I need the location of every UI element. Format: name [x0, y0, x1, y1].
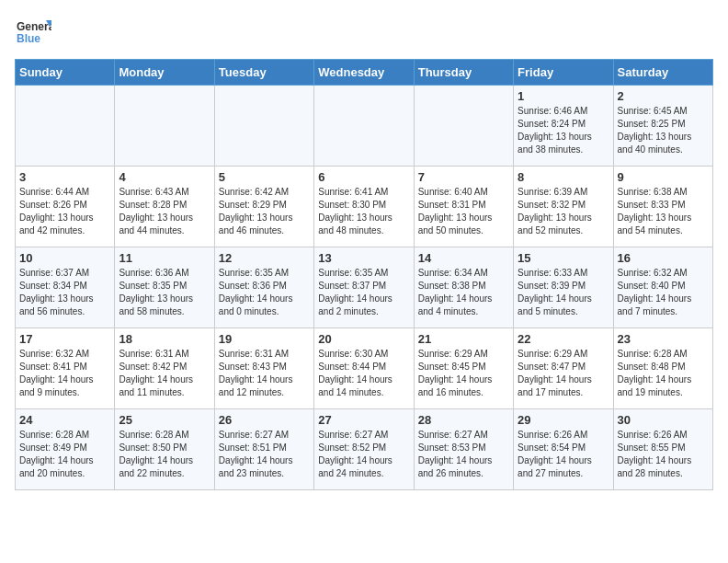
day-info: Sunrise: 6:26 AM Sunset: 8:55 PM Dayligh…	[618, 429, 709, 480]
day-number: 17	[19, 332, 110, 346]
day-info: Sunrise: 6:28 AM Sunset: 8:50 PM Dayligh…	[119, 429, 210, 480]
calendar-cell: 3Sunrise: 6:44 AM Sunset: 8:26 PM Daylig…	[16, 167, 115, 247]
day-number: 3	[19, 170, 110, 184]
weekday-header-thursday: Thursday	[414, 60, 513, 86]
day-number: 16	[618, 251, 709, 265]
day-info: Sunrise: 6:27 AM Sunset: 8:53 PM Dayligh…	[418, 429, 509, 480]
calendar-cell: 8Sunrise: 6:39 AM Sunset: 8:32 PM Daylig…	[514, 167, 613, 247]
day-info: Sunrise: 6:32 AM Sunset: 8:41 PM Dayligh…	[19, 348, 110, 399]
calendar-cell	[214, 86, 313, 167]
day-number: 10	[19, 251, 110, 265]
calendar-cell	[16, 86, 115, 167]
day-info: Sunrise: 6:34 AM Sunset: 8:38 PM Dayligh…	[418, 267, 509, 318]
day-info: Sunrise: 6:45 AM Sunset: 8:25 PM Dayligh…	[618, 105, 709, 156]
day-number: 7	[418, 170, 509, 184]
day-info: Sunrise: 6:41 AM Sunset: 8:30 PM Dayligh…	[318, 186, 409, 237]
day-number: 28	[418, 413, 509, 427]
day-number: 24	[19, 413, 110, 427]
day-number: 29	[518, 413, 609, 427]
calendar-cell: 5Sunrise: 6:42 AM Sunset: 8:29 PM Daylig…	[214, 167, 313, 247]
day-number: 21	[418, 332, 509, 346]
day-info: Sunrise: 6:30 AM Sunset: 8:44 PM Dayligh…	[318, 348, 409, 399]
weekday-header-sunday: Sunday	[16, 60, 115, 86]
calendar-cell: 2Sunrise: 6:45 AM Sunset: 8:25 PM Daylig…	[613, 86, 712, 167]
day-number: 14	[418, 251, 509, 265]
calendar-table: SundayMondayTuesdayWednesdayThursdayFrid…	[15, 59, 713, 490]
calendar-cell: 15Sunrise: 6:33 AM Sunset: 8:39 PM Dayli…	[514, 247, 613, 328]
calendar-cell: 20Sunrise: 6:30 AM Sunset: 8:44 PM Dayli…	[314, 328, 414, 409]
calendar-cell: 6Sunrise: 6:41 AM Sunset: 8:30 PM Daylig…	[314, 167, 414, 247]
logo: General Blue	[15, 15, 51, 52]
day-info: Sunrise: 6:36 AM Sunset: 8:35 PM Dayligh…	[119, 267, 210, 318]
calendar-cell: 27Sunrise: 6:27 AM Sunset: 8:52 PM Dayli…	[314, 409, 414, 490]
day-number: 27	[318, 413, 409, 427]
calendar-cell: 13Sunrise: 6:35 AM Sunset: 8:37 PM Dayli…	[314, 247, 414, 328]
calendar-cell: 4Sunrise: 6:43 AM Sunset: 8:28 PM Daylig…	[115, 167, 214, 247]
calendar-cell: 10Sunrise: 6:37 AM Sunset: 8:34 PM Dayli…	[16, 247, 115, 328]
weekday-header-row: SundayMondayTuesdayWednesdayThursdayFrid…	[16, 60, 713, 86]
day-info: Sunrise: 6:37 AM Sunset: 8:34 PM Dayligh…	[19, 267, 110, 318]
calendar-cell: 24Sunrise: 6:28 AM Sunset: 8:49 PM Dayli…	[16, 409, 115, 490]
day-number: 15	[518, 251, 609, 265]
day-number: 19	[219, 332, 310, 346]
calendar-cell: 17Sunrise: 6:32 AM Sunset: 8:41 PM Dayli…	[16, 328, 115, 409]
day-number: 4	[119, 170, 210, 184]
calendar-cell: 7Sunrise: 6:40 AM Sunset: 8:31 PM Daylig…	[414, 167, 513, 247]
calendar-cell: 21Sunrise: 6:29 AM Sunset: 8:45 PM Dayli…	[414, 328, 513, 409]
calendar-cell: 14Sunrise: 6:34 AM Sunset: 8:38 PM Dayli…	[414, 247, 513, 328]
week-row-4: 17Sunrise: 6:32 AM Sunset: 8:41 PM Dayli…	[16, 328, 713, 409]
header: General Blue	[15, 15, 713, 52]
calendar-cell: 22Sunrise: 6:29 AM Sunset: 8:47 PM Dayli…	[514, 328, 613, 409]
day-number: 23	[618, 332, 709, 346]
calendar-cell	[115, 86, 214, 167]
day-info: Sunrise: 6:40 AM Sunset: 8:31 PM Dayligh…	[418, 186, 509, 237]
day-number: 2	[618, 89, 709, 103]
day-info: Sunrise: 6:44 AM Sunset: 8:26 PM Dayligh…	[19, 186, 110, 237]
weekday-header-friday: Friday	[514, 60, 613, 86]
day-number: 22	[518, 332, 609, 346]
calendar-cell: 16Sunrise: 6:32 AM Sunset: 8:40 PM Dayli…	[613, 247, 712, 328]
week-row-3: 10Sunrise: 6:37 AM Sunset: 8:34 PM Dayli…	[16, 247, 713, 328]
calendar-cell: 18Sunrise: 6:31 AM Sunset: 8:42 PM Dayli…	[115, 328, 214, 409]
day-info: Sunrise: 6:38 AM Sunset: 8:33 PM Dayligh…	[618, 186, 709, 237]
day-info: Sunrise: 6:33 AM Sunset: 8:39 PM Dayligh…	[518, 267, 609, 318]
day-info: Sunrise: 6:35 AM Sunset: 8:37 PM Dayligh…	[318, 267, 409, 318]
day-number: 13	[318, 251, 409, 265]
week-row-1: 1Sunrise: 6:46 AM Sunset: 8:24 PM Daylig…	[16, 86, 713, 167]
day-number: 25	[119, 413, 210, 427]
calendar-cell: 1Sunrise: 6:46 AM Sunset: 8:24 PM Daylig…	[514, 86, 613, 167]
calendar-cell: 29Sunrise: 6:26 AM Sunset: 8:54 PM Dayli…	[514, 409, 613, 490]
day-info: Sunrise: 6:35 AM Sunset: 8:36 PM Dayligh…	[219, 267, 310, 318]
day-info: Sunrise: 6:28 AM Sunset: 8:49 PM Dayligh…	[19, 429, 110, 480]
week-row-5: 24Sunrise: 6:28 AM Sunset: 8:49 PM Dayli…	[16, 409, 713, 490]
calendar-cell	[314, 86, 414, 167]
day-info: Sunrise: 6:31 AM Sunset: 8:42 PM Dayligh…	[119, 348, 210, 399]
day-info: Sunrise: 6:42 AM Sunset: 8:29 PM Dayligh…	[219, 186, 310, 237]
day-info: Sunrise: 6:27 AM Sunset: 8:51 PM Dayligh…	[219, 429, 310, 480]
weekday-header-wednesday: Wednesday	[314, 60, 414, 86]
day-number: 9	[618, 170, 709, 184]
day-number: 1	[518, 89, 609, 103]
calendar-cell: 11Sunrise: 6:36 AM Sunset: 8:35 PM Dayli…	[115, 247, 214, 328]
calendar-cell: 12Sunrise: 6:35 AM Sunset: 8:36 PM Dayli…	[214, 247, 313, 328]
weekday-header-tuesday: Tuesday	[214, 60, 313, 86]
calendar-cell: 19Sunrise: 6:31 AM Sunset: 8:43 PM Dayli…	[214, 328, 313, 409]
calendar-cell: 25Sunrise: 6:28 AM Sunset: 8:50 PM Dayli…	[115, 409, 214, 490]
day-number: 5	[219, 170, 310, 184]
calendar-cell: 23Sunrise: 6:28 AM Sunset: 8:48 PM Dayli…	[613, 328, 712, 409]
day-info: Sunrise: 6:27 AM Sunset: 8:52 PM Dayligh…	[318, 429, 409, 480]
day-number: 26	[219, 413, 310, 427]
calendar-cell: 9Sunrise: 6:38 AM Sunset: 8:33 PM Daylig…	[613, 167, 712, 247]
week-row-2: 3Sunrise: 6:44 AM Sunset: 8:26 PM Daylig…	[16, 167, 713, 247]
day-info: Sunrise: 6:29 AM Sunset: 8:47 PM Dayligh…	[518, 348, 609, 399]
day-number: 6	[318, 170, 409, 184]
day-info: Sunrise: 6:28 AM Sunset: 8:48 PM Dayligh…	[618, 348, 709, 399]
logo-svg: General Blue	[15, 15, 51, 52]
day-info: Sunrise: 6:46 AM Sunset: 8:24 PM Dayligh…	[518, 105, 609, 156]
day-number: 8	[518, 170, 609, 184]
calendar-cell: 26Sunrise: 6:27 AM Sunset: 8:51 PM Dayli…	[214, 409, 313, 490]
day-number: 30	[618, 413, 709, 427]
day-info: Sunrise: 6:29 AM Sunset: 8:45 PM Dayligh…	[418, 348, 509, 399]
weekday-header-saturday: Saturday	[613, 60, 712, 86]
day-number: 11	[119, 251, 210, 265]
